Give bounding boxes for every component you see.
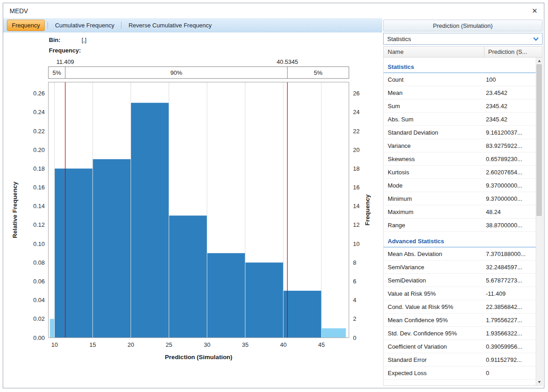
scrollbar-thumb[interactable]: [537, 64, 542, 216]
stat-value: 0.65789230...: [482, 156, 536, 162]
y-left-tick: 0.10: [33, 240, 45, 247]
histogram-bar: [321, 328, 346, 338]
table-row[interactable]: Maximum48.24: [384, 205, 536, 219]
x-axis-title: Prediction (Simulation): [165, 354, 232, 361]
table-row[interactable]: Mean23.4542: [384, 86, 536, 99]
table-row[interactable]: Count100: [384, 73, 536, 86]
table-row[interactable]: Kurtosis2.60207654...: [384, 166, 536, 179]
tab-cumulative-frequency[interactable]: Cumulative Frequency: [49, 19, 120, 31]
stat-name: Standard Error: [384, 356, 482, 363]
stat-value: 9.37000000...: [482, 182, 536, 189]
y-right-tick: 12: [353, 221, 359, 228]
close-icon[interactable]: ✕: [532, 7, 537, 14]
table-row[interactable]: SemiVariance32.2484597...: [384, 261, 536, 274]
tab-separator: [47, 22, 48, 29]
y-right-tick: 8: [353, 259, 356, 266]
scrollbar[interactable]: [536, 57, 542, 385]
stat-name: Mean Abs. Deviation: [384, 251, 482, 257]
column-header-name[interactable]: Name: [384, 47, 485, 57]
table-row[interactable]: SemiDeviation5.67877273...: [384, 274, 536, 287]
table-row[interactable]: Standard Deviation9.16120037...: [384, 126, 536, 139]
x-tick: 25: [166, 341, 172, 348]
stat-value: -11.409: [482, 290, 536, 297]
section-header: Statistics: [384, 57, 536, 73]
band-label: 5%: [53, 69, 61, 76]
stat-value: 23.4542: [482, 89, 536, 96]
stat-value: 2345.42: [482, 103, 536, 110]
tab-strip: Frequency Cumulative Frequency Reverse C…: [3, 18, 382, 32]
stat-value: 83.9275922...: [482, 142, 536, 149]
table-row[interactable]: Mode9.37000000...: [384, 179, 536, 192]
tab-reverse-cumulative-frequency[interactable]: Reverse Cumulative Frequency: [123, 19, 217, 31]
y-right-tick: 16: [353, 184, 359, 191]
table-row[interactable]: Range38.8700000...: [384, 219, 536, 232]
histogram-svg: 5%90%5%11.40940.53450.000.020.040.060.08…: [5, 57, 382, 366]
stat-value: 48.24: [482, 209, 536, 215]
tab-frequency[interactable]: Frequency: [7, 20, 45, 31]
y-right-tick: 2: [353, 315, 356, 322]
column-header-prediction[interactable]: Prediction (S...: [485, 47, 542, 57]
chart-header: Bin: [,] Frequency:: [49, 37, 382, 57]
stat-name: Sum: [384, 103, 482, 110]
statistics-dropdown[interactable]: Statistics: [383, 33, 543, 45]
stat-value: 0.39059956...: [482, 343, 536, 350]
stat-name: Std. Dev. Confidence 95%: [384, 330, 482, 337]
chevron-down-icon[interactable]: [533, 37, 539, 41]
table-row[interactable]: Coefficient of Variation0.39059956...: [384, 340, 536, 353]
y-left-tick: 0.04: [33, 297, 45, 303]
right-axis-title: Frequency: [364, 194, 371, 225]
table-row[interactable]: Sum2345.42: [384, 99, 536, 113]
stat-name: Count: [384, 76, 482, 83]
histogram-bar: [131, 103, 169, 338]
table-row[interactable]: Value at Risk 95%-11.409: [384, 287, 536, 300]
window-title: MEDV: [10, 7, 28, 15]
stat-value: 2.60207654...: [482, 169, 536, 176]
y-right-tick: 18: [353, 165, 359, 172]
table-row[interactable]: Std. Dev. Confidence 95%1.93566322...: [384, 327, 536, 340]
chart-pane: Frequency Cumulative Frequency Reverse C…: [3, 18, 382, 388]
marker-value-label: 40.5345: [277, 58, 298, 65]
band-label: 5%: [314, 69, 322, 76]
y-right-tick: 20: [353, 146, 359, 153]
x-tick: 15: [90, 341, 96, 348]
band-label: 90%: [170, 69, 182, 76]
panel-header-button[interactable]: Prediction (Simulation): [383, 20, 543, 31]
table-row[interactable]: Abs. Sum2345.42: [384, 113, 536, 126]
scroll-up-button[interactable]: [536, 57, 542, 64]
table-row[interactable]: Skewness0.65789230...: [384, 152, 536, 166]
stat-name: Mean: [384, 89, 482, 96]
y-left-tick: 0.18: [33, 165, 45, 172]
histogram-chart[interactable]: 5%90%5%11.40940.53450.000.020.040.060.08…: [5, 57, 382, 368]
table-row[interactable]: Expected Loss0: [384, 366, 536, 380]
x-tick: 40: [280, 341, 286, 348]
y-right-tick: 14: [353, 203, 359, 209]
x-tick: 30: [204, 341, 210, 348]
y-right-tick: 26: [353, 90, 359, 97]
stat-name: Kurtosis: [384, 169, 482, 176]
histogram-bar: [207, 253, 245, 338]
table-header: Name Prediction (S...: [383, 46, 543, 57]
main-area: Frequency Cumulative Frequency Reverse C…: [3, 18, 544, 388]
y-left-tick: 0.14: [33, 203, 45, 209]
table-row[interactable]: Mean Confidence 95%1.79556227...: [384, 314, 536, 327]
table-row[interactable]: Cond. Value at Risk 95%22.3856842...: [384, 300, 536, 314]
y-left-tick: 0.26: [33, 90, 45, 97]
stat-name: Coefficient of Variation: [384, 343, 482, 350]
y-right-tick: 24: [353, 109, 359, 115]
percentile-band: [48, 67, 349, 78]
table-row[interactable]: Variance83.9275922...: [384, 139, 536, 152]
x-tick: 20: [127, 341, 134, 348]
stat-name: Standard Deviation: [384, 129, 482, 136]
stat-name: SemiVariance: [384, 264, 482, 271]
stat-name: SemiDeviation: [384, 277, 482, 284]
stat-name: Skewness: [384, 156, 482, 162]
table-row[interactable]: Standard Error0.91152792...: [384, 353, 536, 366]
stat-name: Abs. Sum: [384, 116, 482, 123]
stat-value: 32.2484597...: [482, 264, 536, 271]
scroll-down-button[interactable]: [536, 379, 542, 385]
table-row[interactable]: Minimum9.37000000...: [384, 192, 536, 205]
histogram-bar: [284, 291, 321, 338]
stat-name: Maximum: [384, 209, 482, 215]
histogram-bar: [50, 319, 54, 338]
table-row[interactable]: Mean Abs. Deviation7.370188000...: [384, 247, 536, 261]
